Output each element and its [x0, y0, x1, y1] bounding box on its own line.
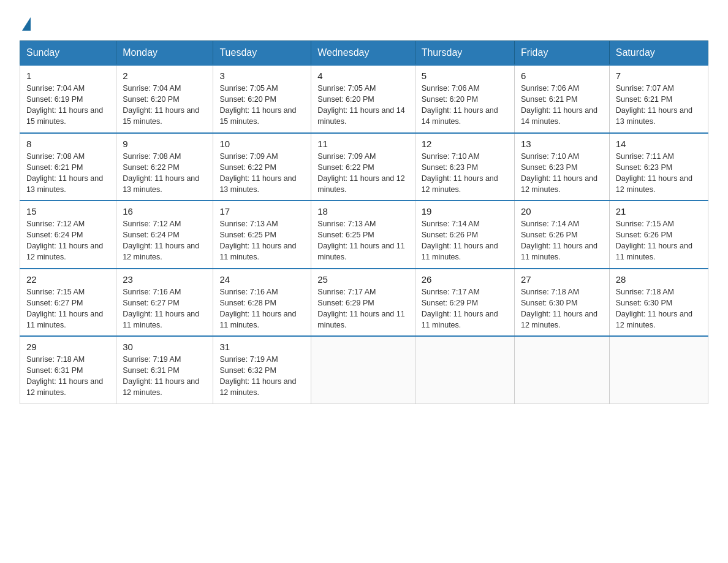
calendar-cell: 7 Sunrise: 7:07 AMSunset: 6:21 PMDayligh… [609, 65, 708, 133]
day-number: 29 [26, 342, 110, 352]
day-info: Sunrise: 7:06 AMSunset: 6:20 PMDaylight:… [422, 83, 508, 128]
day-number: 14 [616, 139, 702, 149]
calendar-cell: 29 Sunrise: 7:18 AMSunset: 6:31 PMDaylig… [20, 336, 116, 404]
day-info: Sunrise: 7:17 AMSunset: 6:29 PMDaylight:… [317, 286, 408, 331]
calendar-cell: 27 Sunrise: 7:18 AMSunset: 6:30 PMDaylig… [514, 269, 609, 337]
calendar-week-4: 22 Sunrise: 7:15 AMSunset: 6:27 PMDaylig… [20, 269, 708, 337]
day-of-week-thursday: Thursday [415, 41, 514, 66]
calendar-cell: 28 Sunrise: 7:18 AMSunset: 6:30 PMDaylig… [609, 269, 708, 337]
day-info: Sunrise: 7:04 AMSunset: 6:19 PMDaylight:… [26, 83, 110, 128]
day-number: 15 [26, 206, 110, 216]
day-info: Sunrise: 7:15 AMSunset: 6:27 PMDaylight:… [26, 286, 110, 331]
day-info: Sunrise: 7:05 AMSunset: 6:20 PMDaylight:… [219, 83, 305, 128]
day-info: Sunrise: 7:18 AMSunset: 6:30 PMDaylight:… [521, 286, 603, 331]
days-of-week-row: SundayMondayTuesdayWednesdayThursdayFrid… [20, 41, 708, 66]
calendar-cell: 23 Sunrise: 7:16 AMSunset: 6:27 PMDaylig… [116, 269, 213, 337]
day-info: Sunrise: 7:18 AMSunset: 6:31 PMDaylight:… [26, 354, 110, 399]
day-number: 7 [616, 71, 702, 81]
day-info: Sunrise: 7:11 AMSunset: 6:23 PMDaylight:… [616, 151, 702, 196]
calendar-cell: 26 Sunrise: 7:17 AMSunset: 6:29 PMDaylig… [415, 269, 514, 337]
day-info: Sunrise: 7:16 AMSunset: 6:28 PMDaylight:… [219, 286, 305, 331]
day-info: Sunrise: 7:14 AMSunset: 6:26 PMDaylight:… [422, 218, 508, 263]
calendar-cell: 12 Sunrise: 7:10 AMSunset: 6:23 PMDaylig… [415, 133, 514, 201]
day-number: 10 [219, 139, 305, 149]
logo [20, 15, 31, 28]
calendar-cell: 6 Sunrise: 7:06 AMSunset: 6:21 PMDayligh… [514, 65, 609, 133]
calendar-cell: 3 Sunrise: 7:05 AMSunset: 6:20 PMDayligh… [213, 65, 311, 133]
day-number: 24 [219, 274, 305, 285]
day-number: 11 [317, 139, 408, 149]
calendar-cell: 30 Sunrise: 7:19 AMSunset: 6:31 PMDaylig… [116, 336, 213, 404]
calendar-cell [609, 336, 708, 404]
calendar-cell: 21 Sunrise: 7:15 AMSunset: 6:26 PMDaylig… [609, 201, 708, 269]
day-number: 28 [616, 274, 702, 285]
calendar-cell: 18 Sunrise: 7:13 AMSunset: 6:25 PMDaylig… [311, 201, 415, 269]
calendar-cell: 5 Sunrise: 7:06 AMSunset: 6:20 PMDayligh… [415, 65, 514, 133]
calendar-cell: 24 Sunrise: 7:16 AMSunset: 6:28 PMDaylig… [213, 269, 311, 337]
day-number: 2 [123, 71, 207, 81]
calendar-week-5: 29 Sunrise: 7:18 AMSunset: 6:31 PMDaylig… [20, 336, 708, 404]
day-info: Sunrise: 7:08 AMSunset: 6:22 PMDaylight:… [123, 151, 207, 196]
day-of-week-friday: Friday [514, 41, 609, 66]
day-number: 21 [616, 206, 702, 216]
day-info: Sunrise: 7:12 AMSunset: 6:24 PMDaylight:… [26, 218, 110, 263]
day-of-week-tuesday: Tuesday [213, 41, 311, 66]
day-number: 9 [123, 139, 207, 149]
calendar-week-1: 1 Sunrise: 7:04 AMSunset: 6:19 PMDayligh… [20, 65, 708, 133]
day-number: 13 [521, 139, 603, 149]
day-number: 31 [219, 342, 305, 352]
logo-triangle-icon [22, 17, 31, 31]
day-info: Sunrise: 7:18 AMSunset: 6:30 PMDaylight:… [616, 286, 702, 331]
day-of-week-wednesday: Wednesday [311, 41, 415, 66]
page-header [20, 15, 708, 28]
day-info: Sunrise: 7:06 AMSunset: 6:21 PMDaylight:… [521, 83, 603, 128]
calendar-week-2: 8 Sunrise: 7:08 AMSunset: 6:21 PMDayligh… [20, 133, 708, 201]
day-info: Sunrise: 7:13 AMSunset: 6:25 PMDaylight:… [317, 218, 408, 263]
calendar-cell: 13 Sunrise: 7:10 AMSunset: 6:23 PMDaylig… [514, 133, 609, 201]
day-number: 25 [317, 274, 408, 285]
calendar-cell: 31 Sunrise: 7:19 AMSunset: 6:32 PMDaylig… [213, 336, 311, 404]
calendar-body: 1 Sunrise: 7:04 AMSunset: 6:19 PMDayligh… [20, 65, 708, 404]
calendar-cell: 20 Sunrise: 7:14 AMSunset: 6:26 PMDaylig… [514, 201, 609, 269]
day-number: 19 [422, 206, 508, 216]
day-of-week-sunday: Sunday [20, 41, 116, 66]
day-number: 1 [26, 71, 110, 81]
day-info: Sunrise: 7:07 AMSunset: 6:21 PMDaylight:… [616, 83, 702, 128]
calendar-cell: 11 Sunrise: 7:09 AMSunset: 6:22 PMDaylig… [311, 133, 415, 201]
day-info: Sunrise: 7:17 AMSunset: 6:29 PMDaylight:… [422, 286, 508, 331]
day-info: Sunrise: 7:09 AMSunset: 6:22 PMDaylight:… [317, 151, 408, 196]
day-number: 3 [219, 71, 305, 81]
day-info: Sunrise: 7:14 AMSunset: 6:26 PMDaylight:… [521, 218, 603, 263]
calendar-cell: 14 Sunrise: 7:11 AMSunset: 6:23 PMDaylig… [609, 133, 708, 201]
calendar-cell: 25 Sunrise: 7:17 AMSunset: 6:29 PMDaylig… [311, 269, 415, 337]
day-info: Sunrise: 7:10 AMSunset: 6:23 PMDaylight:… [422, 151, 508, 196]
calendar-cell: 16 Sunrise: 7:12 AMSunset: 6:24 PMDaylig… [116, 201, 213, 269]
day-number: 5 [422, 71, 508, 81]
day-number: 4 [317, 71, 408, 81]
day-info: Sunrise: 7:13 AMSunset: 6:25 PMDaylight:… [219, 218, 305, 263]
calendar-cell: 2 Sunrise: 7:04 AMSunset: 6:20 PMDayligh… [116, 65, 213, 133]
day-number: 20 [521, 206, 603, 216]
calendar-cell [514, 336, 609, 404]
calendar-cell: 1 Sunrise: 7:04 AMSunset: 6:19 PMDayligh… [20, 65, 116, 133]
day-number: 30 [123, 342, 207, 352]
day-of-week-monday: Monday [116, 41, 213, 66]
day-number: 6 [521, 71, 603, 81]
calendar-cell: 10 Sunrise: 7:09 AMSunset: 6:22 PMDaylig… [213, 133, 311, 201]
day-number: 16 [123, 206, 207, 216]
calendar-cell [311, 336, 415, 404]
day-info: Sunrise: 7:12 AMSunset: 6:24 PMDaylight:… [123, 218, 207, 263]
calendar-cell: 22 Sunrise: 7:15 AMSunset: 6:27 PMDaylig… [20, 269, 116, 337]
calendar-cell: 4 Sunrise: 7:05 AMSunset: 6:20 PMDayligh… [311, 65, 415, 133]
day-of-week-saturday: Saturday [609, 41, 708, 66]
calendar-cell: 9 Sunrise: 7:08 AMSunset: 6:22 PMDayligh… [116, 133, 213, 201]
day-info: Sunrise: 7:15 AMSunset: 6:26 PMDaylight:… [616, 218, 702, 263]
day-number: 18 [317, 206, 408, 216]
day-number: 27 [521, 274, 603, 285]
calendar-cell: 15 Sunrise: 7:12 AMSunset: 6:24 PMDaylig… [20, 201, 116, 269]
day-info: Sunrise: 7:04 AMSunset: 6:20 PMDaylight:… [123, 83, 207, 128]
day-info: Sunrise: 7:08 AMSunset: 6:21 PMDaylight:… [26, 151, 110, 196]
calendar-cell [415, 336, 514, 404]
calendar-header: SundayMondayTuesdayWednesdayThursdayFrid… [20, 41, 708, 66]
day-info: Sunrise: 7:19 AMSunset: 6:32 PMDaylight:… [219, 354, 305, 399]
